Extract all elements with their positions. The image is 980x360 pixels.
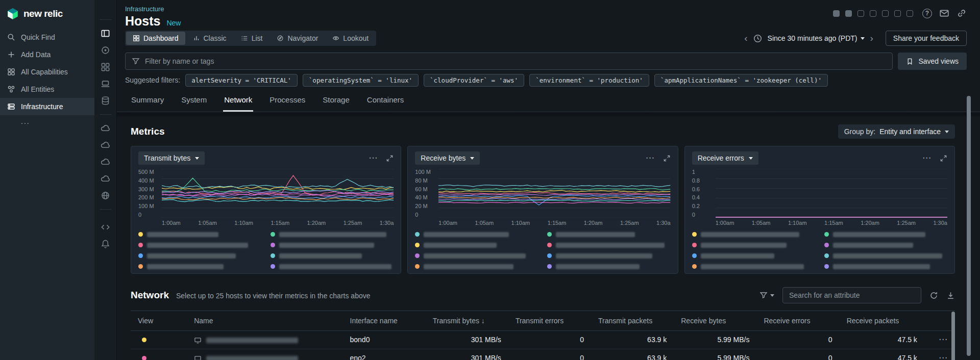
- cloud-icon-4[interactable]: [101, 170, 110, 187]
- breadcrumb[interactable]: Infrastructure: [125, 5, 181, 13]
- sidebar-item-more[interactable]: ...: [0, 115, 94, 130]
- app-square-indicator[interactable]: [870, 10, 876, 17]
- metric-select-dropdown[interactable]: Receive errors: [692, 151, 758, 165]
- row-actions-button[interactable]: ⋯: [939, 335, 948, 344]
- sidebar-item-infrastructure[interactable]: Infrastructure: [0, 98, 94, 115]
- app-square-indicator[interactable]: [833, 10, 840, 17]
- legend-item[interactable]: [547, 242, 670, 248]
- tab-network[interactable]: Network: [223, 95, 253, 112]
- laptop-icon[interactable]: [101, 75, 110, 92]
- app-square-indicator[interactable]: [906, 10, 913, 17]
- suggested-filter-pill[interactable]: `apmApplicationNames` = 'zookeeper (cell…: [654, 74, 828, 87]
- column-header-view[interactable]: View: [131, 311, 187, 331]
- group-by-dropdown[interactable]: Group by: Entity and interface: [838, 124, 955, 139]
- legend-item[interactable]: [271, 252, 394, 259]
- legend-item[interactable]: [824, 263, 947, 270]
- filter-input[interactable]: Filter by name or tags: [125, 53, 893, 70]
- legend-item[interactable]: [138, 242, 261, 248]
- legend-item[interactable]: [415, 231, 538, 238]
- tab-summary[interactable]: Summary: [130, 95, 165, 112]
- download-icon[interactable]: [946, 291, 955, 300]
- mail-icon[interactable]: [939, 8, 949, 18]
- database-icon[interactable]: [101, 92, 110, 109]
- time-forward-chevron[interactable]: ›: [870, 35, 873, 42]
- time-back-chevron[interactable]: ‹: [744, 35, 747, 42]
- view-tab-lookout[interactable]: Lookout: [326, 32, 375, 45]
- legend-item[interactable]: [824, 252, 947, 259]
- suggested-filter-pill[interactable]: `operatingSystem` = 'linux': [303, 74, 419, 87]
- panel-menu-button[interactable]: ⋯: [922, 156, 932, 161]
- expand-icon[interactable]: [940, 155, 947, 162]
- table-row[interactable]: bond0301 MB/s063.9 k5.99 MB/s047.5 k⋯: [131, 331, 955, 349]
- column-header-interface-name[interactable]: Interface name: [343, 311, 426, 331]
- panels-icon[interactable]: [101, 25, 110, 42]
- legend-item[interactable]: [271, 263, 394, 270]
- column-header-receive-packets[interactable]: Receive packets: [840, 311, 924, 331]
- legend-item[interactable]: [415, 263, 538, 270]
- legend-item[interactable]: [692, 231, 815, 238]
- suggested-filter-pill[interactable]: `cloudProvider` = 'aws': [424, 74, 524, 87]
- bell-icon[interactable]: [101, 236, 110, 252]
- time-picker[interactable]: Since 30 minutes ago (PDT): [768, 34, 865, 42]
- legend-item[interactable]: [271, 231, 394, 238]
- view-tab-list[interactable]: List: [234, 32, 270, 45]
- column-header-receive-errors[interactable]: Receive errors: [756, 311, 839, 331]
- grid-icon[interactable]: [101, 59, 110, 75]
- legend-item[interactable]: [415, 252, 538, 259]
- app-page-indicators[interactable]: [833, 10, 913, 17]
- view-cell[interactable]: [131, 331, 187, 349]
- host-name-cell[interactable]: [187, 349, 342, 360]
- sidebar-item-all-capabilities[interactable]: All Capabilities: [0, 63, 94, 81]
- column-header-transmit-bytes[interactable]: Transmit bytes ↓: [426, 311, 508, 331]
- host-name-cell[interactable]: [187, 331, 342, 349]
- legend-item[interactable]: [138, 252, 261, 259]
- legend-item[interactable]: [692, 263, 815, 270]
- panel-menu-button[interactable]: ⋯: [369, 156, 378, 161]
- app-square-indicator[interactable]: [857, 10, 864, 17]
- table-row[interactable]: eno2301 MB/s063.9 k5.99 MB/s047.5 k⋯: [131, 349, 955, 360]
- table-filter-button[interactable]: [760, 291, 774, 299]
- sidebar-item-quick-find[interactable]: Quick Find: [0, 29, 94, 46]
- tab-system[interactable]: System: [180, 95, 208, 112]
- page-scrollbar[interactable]: [967, 96, 971, 356]
- legend-item[interactable]: [824, 231, 947, 238]
- column-header-transmit-errors[interactable]: Transmit errors: [508, 311, 591, 331]
- legend-item[interactable]: [692, 242, 815, 248]
- legend-item[interactable]: [138, 263, 261, 270]
- help-icon[interactable]: ?: [922, 9, 932, 18]
- cloud-icon-3[interactable]: [101, 153, 110, 170]
- legend-item[interactable]: [415, 242, 538, 248]
- saved-views-button[interactable]: Saved views: [898, 53, 967, 70]
- refresh-icon[interactable]: [929, 291, 938, 300]
- legend-item[interactable]: [271, 242, 394, 248]
- view-tab-classic[interactable]: Classic: [186, 32, 233, 45]
- row-actions-button[interactable]: ⋯: [939, 353, 948, 360]
- target-icon[interactable]: [101, 42, 110, 59]
- legend-item[interactable]: [547, 231, 670, 238]
- column-header-receive-bytes[interactable]: Receive bytes: [674, 311, 756, 331]
- legend-item[interactable]: [138, 231, 261, 238]
- logo[interactable]: new relic: [0, 0, 94, 29]
- legend-item[interactable]: [547, 263, 670, 270]
- feedback-button[interactable]: Share your feedback: [886, 31, 967, 46]
- table-scrollbar[interactable]: [951, 312, 955, 360]
- metric-select-dropdown[interactable]: Transmit bytes: [138, 151, 205, 165]
- app-square-indicator[interactable]: [882, 10, 889, 17]
- suggested-filter-pill[interactable]: alertSeverity = 'CRITICAL': [185, 74, 298, 87]
- cloud-icon-2[interactable]: [101, 137, 110, 153]
- sidebar-item-add-data[interactable]: Add Data: [0, 46, 94, 63]
- view-tab-dashboard[interactable]: Dashboard: [126, 32, 185, 45]
- clock-icon[interactable]: [753, 34, 763, 43]
- globe-icon[interactable]: [101, 187, 110, 204]
- column-header-name[interactable]: Name: [187, 311, 342, 331]
- suggested-filter-pill[interactable]: `environment` = 'production': [529, 74, 649, 87]
- legend-item[interactable]: [547, 252, 670, 259]
- panel-menu-button[interactable]: ⋯: [646, 156, 655, 161]
- metric-select-dropdown[interactable]: Receive bytes: [415, 151, 480, 165]
- legend-item[interactable]: [692, 252, 815, 259]
- attribute-search-input[interactable]: Search for an attribute: [782, 287, 921, 303]
- link-icon[interactable]: [957, 8, 967, 18]
- expand-icon[interactable]: [386, 155, 394, 162]
- legend-item[interactable]: [824, 242, 947, 248]
- view-tab-navigator[interactable]: Navigator: [270, 32, 325, 45]
